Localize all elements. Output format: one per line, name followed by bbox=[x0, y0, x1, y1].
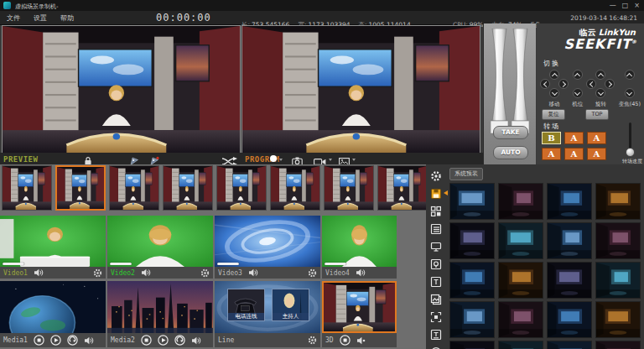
transition-button-4[interactable]: A bbox=[564, 148, 584, 160]
maximize-icon[interactable]: □ bbox=[622, 1, 629, 10]
settings-gear-icon[interactable] bbox=[430, 169, 443, 182]
menu-item-2[interactable]: 帮助 bbox=[60, 13, 74, 23]
auto-button[interactable]: AUTO bbox=[493, 146, 528, 159]
pad-1-up-button[interactable] bbox=[573, 70, 583, 80]
volume-slider[interactable] bbox=[217, 263, 239, 265]
stop-button[interactable] bbox=[141, 335, 152, 346]
pad-0-down-button[interactable] bbox=[549, 88, 559, 98]
preview-monitor[interactable] bbox=[2, 25, 241, 154]
menu-item-0[interactable]: 文件 bbox=[7, 13, 20, 23]
gallery-scene-13[interactable] bbox=[449, 301, 495, 338]
video-source-1[interactable] bbox=[0, 216, 106, 267]
gear-icon[interactable] bbox=[93, 268, 102, 278]
caption-text-icon[interactable] bbox=[430, 275, 443, 288]
volume-slider[interactable] bbox=[3, 263, 24, 265]
gallery-scene-3[interactable] bbox=[547, 183, 592, 220]
host-chip[interactable]: 主持人 bbox=[272, 289, 309, 321]
speaker-icon[interactable] bbox=[34, 268, 44, 277]
speaker-icon[interactable] bbox=[141, 268, 151, 277]
menu-item-1[interactable]: 设置 bbox=[34, 13, 47, 23]
gallery-scene-1[interactable] bbox=[449, 183, 495, 220]
play-button[interactable] bbox=[50, 335, 61, 346]
gallery-scene-9[interactable] bbox=[449, 262, 495, 299]
media-source-2[interactable] bbox=[107, 281, 213, 333]
speaker-icon[interactable] bbox=[191, 336, 201, 345]
transition-speed-knob[interactable] bbox=[626, 148, 635, 157]
loop-button[interactable] bbox=[67, 335, 78, 346]
scene-grid-icon[interactable] bbox=[430, 205, 443, 217]
gallery-scene-15[interactable] bbox=[547, 301, 592, 338]
gallery-scene-17[interactable] bbox=[449, 341, 495, 349]
scene-thumbnail-3[interactable] bbox=[163, 165, 213, 211]
transition-button-3[interactable]: A bbox=[542, 148, 561, 160]
scene-thumbnail-5[interactable] bbox=[270, 165, 320, 211]
save-icon[interactable] bbox=[430, 187, 443, 200]
pad-2-down-button[interactable] bbox=[595, 88, 605, 98]
image-overlay-icon[interactable] bbox=[430, 293, 443, 305]
media-source-1[interactable] bbox=[0, 281, 106, 333]
reset-button[interactable]: 复位 bbox=[542, 109, 565, 120]
transition-button-2[interactable]: A bbox=[587, 132, 606, 144]
scene-thumbnail-0[interactable] bbox=[2, 165, 52, 211]
minimize-icon[interactable]: — bbox=[610, 1, 616, 10]
stop-button[interactable] bbox=[340, 335, 351, 346]
pad-2-up-button[interactable] bbox=[595, 70, 605, 80]
pad-3-down-button[interactable] bbox=[625, 88, 635, 98]
gallery-scene-2[interactable] bbox=[498, 183, 543, 220]
gallery-scene-8[interactable] bbox=[595, 222, 641, 259]
gallery-tab[interactable]: 系统预装 bbox=[449, 168, 483, 180]
pad-3-up-button[interactable] bbox=[625, 70, 635, 80]
transition-button-0[interactable]: B bbox=[542, 132, 561, 144]
studio-light-icon[interactable] bbox=[430, 258, 443, 270]
speaker-icon[interactable] bbox=[248, 268, 258, 277]
gallery-scene-14[interactable] bbox=[498, 301, 543, 338]
gallery-scene-5[interactable] bbox=[449, 222, 495, 259]
gallery-scene-4[interactable] bbox=[595, 183, 641, 220]
stop-button[interactable] bbox=[34, 335, 44, 346]
gear-icon[interactable] bbox=[308, 336, 317, 345]
pad-1-down-button[interactable] bbox=[573, 88, 583, 98]
video-source-3[interactable] bbox=[215, 216, 320, 267]
gear-icon[interactable] bbox=[200, 268, 210, 278]
tbar-fader[interactable] bbox=[491, 29, 529, 139]
gallery-scene-19[interactable] bbox=[547, 341, 592, 349]
frame-crop-icon[interactable] bbox=[430, 310, 443, 323]
gallery-scene-18[interactable] bbox=[498, 341, 543, 349]
scene-thumbnail-2[interactable] bbox=[109, 165, 159, 211]
transition-button-5[interactable]: A bbox=[587, 148, 606, 160]
play-button[interactable] bbox=[158, 335, 169, 346]
gallery-scene-10[interactable] bbox=[498, 262, 543, 299]
gallery-scene-6[interactable] bbox=[498, 222, 543, 259]
speaker-icon[interactable] bbox=[356, 268, 366, 277]
gallery-scene-20[interactable] bbox=[595, 341, 641, 349]
pad-0-left-button[interactable] bbox=[540, 79, 550, 89]
speaker-icon[interactable] bbox=[84, 336, 94, 345]
scene-thumbnail-1[interactable] bbox=[55, 165, 106, 211]
take-button[interactable]: TAKE bbox=[493, 126, 528, 139]
scene-thumbnail-7[interactable] bbox=[377, 165, 428, 211]
gallery-scene-11[interactable] bbox=[547, 262, 592, 299]
gallery-scene-7[interactable] bbox=[547, 222, 592, 259]
pad-2-left-button[interactable] bbox=[586, 79, 596, 89]
gallery-scene-16[interactable] bbox=[595, 301, 641, 338]
transition-button-1[interactable]: A bbox=[564, 132, 584, 144]
playlist-icon[interactable] bbox=[430, 222, 443, 235]
program-monitor[interactable] bbox=[242, 25, 480, 154]
pad-0-up-button[interactable] bbox=[549, 70, 559, 80]
gallery-scene-12[interactable] bbox=[595, 262, 641, 299]
video-source-4[interactable] bbox=[322, 216, 397, 267]
video-dropdown-icon[interactable] bbox=[329, 159, 332, 161]
volume-slider[interactable] bbox=[110, 263, 132, 265]
volume-slider[interactable] bbox=[325, 263, 346, 265]
record-icon[interactable] bbox=[270, 155, 277, 162]
monitor-icon[interactable] bbox=[430, 240, 443, 253]
phone-call-chip[interactable]: 电话连线 bbox=[227, 289, 265, 321]
loop-button[interactable] bbox=[174, 335, 185, 346]
title-text-icon[interactable] bbox=[430, 328, 443, 341]
video-source-2[interactable] bbox=[107, 216, 213, 267]
close-icon[interactable]: × bbox=[634, 1, 640, 10]
scene-thumbnail-4[interactable] bbox=[216, 165, 267, 211]
draw-pen-icon[interactable] bbox=[430, 346, 443, 349]
record-dropdown-icon[interactable] bbox=[279, 159, 283, 161]
top-button[interactable]: TOP bbox=[585, 109, 609, 120]
